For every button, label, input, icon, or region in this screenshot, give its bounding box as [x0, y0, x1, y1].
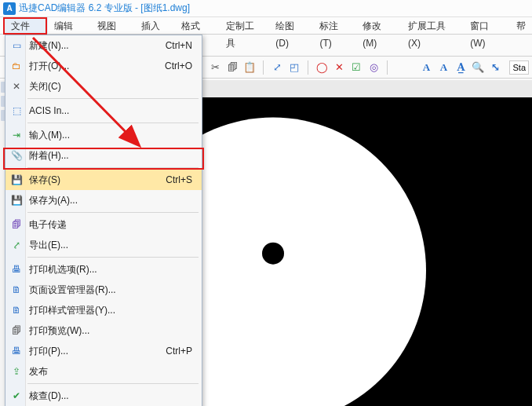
close-icon: ✕	[10, 80, 23, 93]
copy-icon[interactable]: 🗐	[226, 61, 239, 74]
publish-icon: ⇪	[10, 365, 23, 378]
menu-help[interactable]: 帮	[510, 17, 532, 34]
plot-style-icon: 🗎	[10, 304, 23, 316]
menu-item-label: 核查(D)...	[27, 390, 202, 403]
menu-item-shortcut: Ctrl+S	[166, 174, 202, 185]
save-icon: 💾	[10, 174, 23, 186]
menu-item-label: 保存为(A)...	[27, 194, 202, 207]
menu-item-label: 打印预览(W)...	[27, 324, 202, 338]
menu-item-etransmit-icon[interactable]: 🗐电子传递	[5, 214, 202, 235]
zoom-extents-icon[interactable]: ⤢	[271, 61, 283, 74]
menu-item-label: 发布	[27, 365, 202, 379]
menu-item-open-folder-icon[interactable]: 🗀打开(O)...Ctrl+O	[5, 56, 202, 76]
menu-item-shortcut: Ctrl+O	[165, 60, 202, 71]
menu-item-shortcut: Ctrl+P	[166, 346, 202, 357]
window-title: 迅捷CAD编辑器 6.2 专业版 - [图纸1.dwg]	[19, 2, 190, 15]
file-dropdown: ▭新建(N)...Ctrl+N🗀打开(O)...Ctrl+O✕关闭(C)⬚ACI…	[5, 35, 202, 406]
zoom-window-icon[interactable]: ◰	[288, 61, 301, 74]
title-bar: A 迅捷CAD编辑器 6.2 专业版 - [图纸1.dwg]	[0, 0, 532, 17]
open-folder-icon: 🗀	[10, 60, 23, 72]
menu-item-label: 打印(P)...	[27, 345, 166, 358]
print-preview-icon: 🗐	[10, 324, 23, 337]
menu-item-saveas-icon[interactable]: 💾保存为(A)...	[5, 190, 202, 210]
saveas-icon: 💾	[10, 194, 23, 207]
menu-file[interactable]: 文件(F)	[5, 17, 48, 34]
menu-item-acis-icon[interactable]: ⬚ACIS In...	[5, 101, 202, 121]
export-icon: ⤤	[10, 239, 23, 251]
menu-item-label: 打印机选项(R)...	[27, 263, 202, 276]
new-doc-icon: ▭	[10, 39, 23, 52]
menu-item-label: 页面设置管理器(R)...	[27, 283, 202, 297]
tools-icon[interactable]: ◎	[367, 61, 380, 74]
menu-item-label: 导出(E)...	[27, 239, 202, 252]
menu-item-export-icon[interactable]: ⤤导出(E)...	[5, 235, 202, 255]
menu-item-label: 附着(H)...	[27, 149, 202, 163]
menu-format[interactable]: 格式(O)	[175, 17, 220, 34]
page-setup-icon: 🗎	[10, 283, 23, 296]
menu-item-printer-options-icon[interactable]: 🖶打印机选项(R)...	[5, 259, 202, 280]
audit-icon: ✔	[10, 390, 23, 402]
menu-item-label: 保存(S)	[27, 174, 166, 187]
menu-item-audit-icon[interactable]: ✔核查(D)...	[5, 386, 202, 406]
menu-item-label: ACIS In...	[27, 105, 202, 116]
drawing-circle-inner	[262, 242, 284, 264]
cancel-icon[interactable]: ✕	[333, 61, 345, 74]
attach-icon: 📎	[10, 149, 23, 162]
menu-item-label: 打印样式管理器(Y)...	[27, 304, 202, 317]
circle-red-icon[interactable]: ◯	[315, 61, 328, 74]
menu-item-close-icon[interactable]: ✕关闭(C)	[5, 76, 202, 97]
menu-view[interactable]: 视图(V)	[91, 17, 135, 34]
etransmit-icon: 🗐	[10, 218, 23, 231]
menu-item-plot-style-icon[interactable]: 🗎打印样式管理器(Y)...	[5, 300, 202, 320]
menu-item-page-setup-icon[interactable]: 🗎页面设置管理器(R)...	[5, 280, 202, 300]
printer-options-icon: 🖶	[10, 263, 23, 276]
text-a2-icon[interactable]: A	[437, 61, 450, 74]
sta-box[interactable]: Sta	[509, 60, 529, 75]
text-a1-icon[interactable]: A	[420, 61, 432, 74]
app-icon: A	[3, 2, 16, 15]
menu-custom-tools[interactable]: 定制工具	[220, 17, 269, 34]
import-icon: ⇥	[10, 129, 23, 141]
cut-icon[interactable]: ✂	[209, 61, 221, 74]
paste-icon[interactable]: 📋	[243, 61, 256, 74]
menu-item-label: 电子传递	[27, 218, 202, 232]
dim-icon[interactable]: ⤡	[489, 61, 501, 74]
print-icon: 🖶	[10, 345, 23, 357]
menu-dimension[interactable]: 标注(T)	[313, 17, 356, 34]
acis-icon: ⬚	[10, 104, 23, 117]
menu-ext-tools[interactable]: 扩展工具(X)	[402, 17, 464, 34]
menu-item-print-icon[interactable]: 🖶打印(P)...Ctrl+P	[5, 341, 202, 361]
menu-item-label: 输入(M)...	[27, 129, 202, 142]
text-a3-icon[interactable]: A̲	[454, 61, 467, 74]
menu-edit[interactable]: 编辑(E)	[48, 17, 92, 34]
menu-item-label: 关闭(C)	[27, 80, 202, 93]
menu-item-attach-icon[interactable]: 📎附着(H)...	[5, 145, 202, 166]
menu-item-save-icon[interactable]: 💾保存(S)Ctrl+S	[5, 170, 202, 190]
menu-insert[interactable]: 插入(I)	[135, 17, 175, 34]
menu-draw[interactable]: 绘图(D)	[269, 17, 313, 34]
menu-item-shortcut: Ctrl+N	[166, 40, 202, 51]
menu-item-publish-icon[interactable]: ⇪发布	[5, 361, 202, 382]
menu-item-print-preview-icon[interactable]: 🗐打印预览(W)...	[5, 320, 202, 341]
menu-modify[interactable]: 修改(M)	[356, 17, 402, 34]
find-icon[interactable]: 🔍	[472, 61, 484, 74]
menu-item-label: 打开(O)...	[27, 60, 165, 73]
menu-item-new-doc-icon[interactable]: ▭新建(N)...Ctrl+N	[5, 35, 202, 56]
menu-item-import-icon[interactable]: ⇥输入(M)...	[5, 125, 202, 145]
menu-window[interactable]: 窗口(W)	[464, 17, 510, 34]
check-icon[interactable]: ☑	[350, 61, 363, 74]
menu-bar: 文件(F) 编辑(E) 视图(V) 插入(I) 格式(O) 定制工具 绘图(D)…	[0, 17, 532, 35]
menu-item-label: 新建(N)...	[27, 39, 166, 53]
